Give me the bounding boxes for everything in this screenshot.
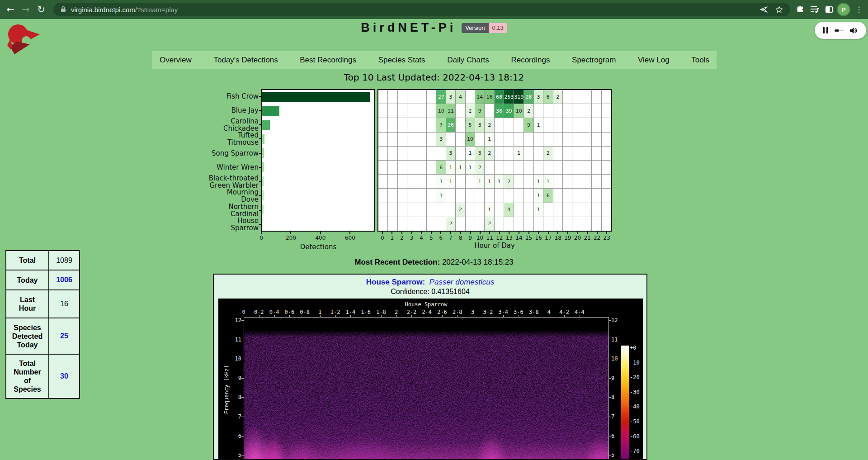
stream-audio-player[interactable]	[815, 22, 866, 39]
heatmap-cell	[398, 90, 407, 104]
send-icon[interactable]	[760, 6, 768, 13]
heatmap-cell	[495, 161, 504, 174]
nav-item-view-log[interactable]: View Log	[638, 56, 670, 65]
address-bar[interactable]: virginia.birdnetpi.com/?stream=play	[53, 3, 790, 16]
heatmap-cell	[427, 175, 436, 188]
heatmap-cell: 1	[485, 133, 494, 146]
heatmap-cell	[446, 133, 455, 146]
heatmap-cell	[602, 147, 611, 160]
spectrogram-x-label: 3·2	[483, 309, 493, 315]
heatmap-cell	[602, 217, 611, 231]
forward-icon[interactable]: →	[18, 4, 33, 15]
spectrogram-y-tick	[241, 397, 244, 398]
heatmap-cell: 1	[466, 147, 475, 160]
heatmap-cell	[407, 147, 416, 160]
x-tick-label: 23	[604, 235, 610, 241]
heatmap-cell: 11	[446, 104, 455, 118]
detection-species-link[interactable]: House Sparrow:	[366, 278, 425, 286]
heatmap-cell: 2	[485, 147, 494, 160]
heatmap-cell	[514, 161, 524, 174]
x-tick	[577, 232, 578, 234]
heatmap-cell	[543, 217, 552, 231]
heatmap-cell	[446, 189, 455, 202]
species-label: Mourning Dove	[208, 189, 259, 203]
spectrogram-x-label: 3·6	[514, 309, 524, 315]
back-icon[interactable]: ←	[3, 4, 18, 15]
heatmap-cell	[417, 90, 426, 104]
species-bar	[262, 190, 264, 200]
stat-label-total-species: Total Number of Species	[6, 354, 49, 398]
heatmap-cell	[485, 161, 494, 174]
stat-value-species-today[interactable]: 25	[49, 318, 80, 354]
heatmap-cell	[475, 189, 484, 202]
x-tick	[431, 232, 432, 234]
version-label: Version	[462, 23, 488, 33]
spectrogram-x-label: 0·2	[254, 309, 264, 315]
nav-item-recordings[interactable]: Recordings	[511, 56, 550, 65]
x-tick	[440, 232, 441, 234]
heatmap-cell: 1	[446, 175, 455, 188]
most-recent-detection: Most Recent Detection: 2022-04-13 18:15:…	[0, 258, 868, 267]
heatmap-cell	[592, 133, 601, 146]
x-tick	[290, 232, 291, 234]
sidebar-icon[interactable]	[823, 4, 835, 15]
heatmap-cell	[436, 147, 445, 160]
x-tick	[349, 232, 350, 234]
heatmap-cell	[407, 189, 416, 202]
species-label: Black-throated Green Warbler	[208, 175, 259, 189]
heatmap-cell	[514, 118, 524, 132]
heatmap-cell	[543, 104, 552, 118]
heatmap-cell	[572, 203, 581, 217]
nav-item-tools[interactable]: Tools	[691, 56, 709, 65]
bar-xaxis-label: Detections	[300, 243, 337, 251]
top10-heading: Top 10 Last Updated: 2022-04-13 18:12	[0, 72, 868, 83]
extensions-icon[interactable]	[794, 4, 806, 15]
spectrogram-x-label: 1·6	[361, 309, 371, 315]
heatmap-cell	[407, 203, 416, 217]
menu-dots-icon[interactable]: ⋮	[854, 3, 863, 16]
heatmap-cell	[553, 118, 562, 132]
nav-item-best-recordings[interactable]: Best Recordings	[300, 56, 356, 65]
stat-value-today[interactable]: 1006	[49, 270, 80, 290]
colorbar-tick-label: -30	[630, 389, 640, 395]
stat-value-total-species[interactable]: 30	[49, 354, 80, 398]
reload-icon[interactable]: ↻	[33, 4, 49, 15]
x-tick-label: 4	[420, 235, 423, 241]
heatmap-cell	[378, 133, 387, 146]
heatmap-cell	[466, 175, 475, 188]
x-tick	[261, 232, 262, 234]
heatmap-cell: 1	[534, 175, 543, 188]
heatmap-cell	[466, 203, 475, 217]
nav-item-species-stats[interactable]: Species Stats	[378, 56, 425, 65]
pause-icon[interactable]	[823, 27, 828, 33]
nav-item-spectrogram[interactable]: Spectrogram	[572, 56, 616, 65]
spectrogram-x-label: 1·2	[330, 309, 340, 315]
seek-slider[interactable]	[835, 29, 844, 32]
heatmap-cell: 28	[524, 90, 533, 104]
main-nav: OverviewToday's DetectionsBest Recording…	[152, 51, 717, 69]
x-tick-label: 18	[555, 235, 561, 241]
playlist-icon[interactable]	[809, 4, 821, 15]
heatmap-cell	[378, 161, 387, 174]
x-tick-label: 7	[449, 235, 453, 241]
x-tick-label: 12	[496, 235, 503, 241]
heatmap-cell	[524, 133, 533, 146]
nav-item-overview[interactable]: Overview	[160, 56, 192, 65]
x-tick	[320, 232, 321, 234]
heatmap-cell	[427, 189, 436, 202]
spectrogram-y-label: 7	[611, 413, 614, 420]
x-tick-label: 8	[459, 235, 462, 241]
heatmap-cell: 26	[446, 118, 455, 132]
spectrogram-image: House Sparrow Frequency (kHz) 00·20·40·6…	[218, 299, 643, 460]
nav-item-today-s-detections[interactable]: Today's Detections	[213, 56, 278, 65]
star-icon[interactable]	[775, 6, 783, 14]
species-label: Winter Wren	[208, 164, 259, 171]
species-label: Northern Cardinal	[208, 203, 259, 218]
heatmap-cell	[417, 161, 426, 174]
heatmap-cell	[592, 147, 601, 160]
nav-item-daily-charts[interactable]: Daily Charts	[447, 56, 489, 65]
top10-chart: Fish CrowBlue JayCarolina ChickadeeTufte…	[208, 89, 615, 256]
volume-icon[interactable]	[849, 27, 857, 34]
heatmap-cell: 10	[514, 104, 524, 118]
profile-avatar[interactable]: P	[838, 4, 849, 15]
